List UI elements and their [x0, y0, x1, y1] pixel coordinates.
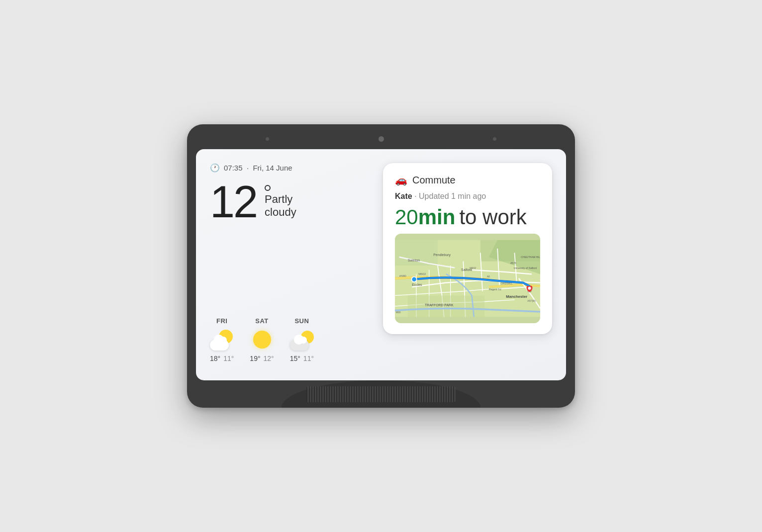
left-panel: 🕐 07:35 · Fri, 14 June 12 Partly cloudy [210, 163, 373, 366]
svg-text:University of Salford: University of Salford [514, 266, 537, 269]
right-panel: 🚗 Commute Kate · Updated 1 min ago 20 mi… [383, 163, 552, 366]
weather-icon-fri [210, 328, 234, 352]
svg-text:ORDSALL: ORDSALL [501, 282, 513, 285]
screen[interactable]: 🕐 07:35 · Fri, 14 June 12 Partly cloudy [196, 149, 566, 380]
commute-person-row: Kate · Updated 1 min ago [395, 192, 540, 201]
speaker-grille [306, 386, 456, 402]
device-speaker-base [196, 380, 566, 408]
clock-icon: 🕐 [210, 163, 220, 173]
forecast-fri: FRI 18° 11° [210, 317, 234, 362]
weather-icon-sat [250, 328, 274, 352]
degree-dot [265, 185, 271, 191]
commute-time-row: 20 min to work [395, 207, 540, 228]
svg-text:A580: A580 [399, 274, 407, 277]
svg-point-5 [411, 277, 416, 282]
map-container: Swinton Pendlebury A580 M602 Eccles Salf… [395, 234, 540, 323]
left-sensor [266, 137, 269, 141]
svg-point-24 [528, 287, 531, 290]
svg-text:CHEETHAM HILL: CHEETHAM HILL [521, 256, 540, 259]
weather-main: 12 Partly cloudy [210, 179, 373, 224]
day-sat: SAT [255, 317, 269, 325]
svg-text:M602: M602 [418, 272, 426, 275]
day-sun: SUN [294, 317, 309, 325]
temp-sat: 19° 12° [250, 355, 274, 362]
commute-suffix: to work [459, 207, 526, 228]
camera [379, 136, 384, 142]
commute-card: 🚗 Commute Kate · Updated 1 min ago 20 mi… [383, 163, 552, 334]
condition-line2: cloudy [265, 206, 296, 219]
car-icon: 🚗 [395, 174, 407, 186]
google-nest-hub: 🕐 07:35 · Fri, 14 June 12 Partly cloudy [187, 124, 575, 408]
svg-text:Pendlebury: Pendlebury [433, 253, 451, 257]
weather-icon-sun [290, 328, 314, 352]
time-date-row: 🕐 07:35 · Fri, 14 June [210, 163, 373, 173]
svg-text:Manchester: Manchester [506, 294, 527, 299]
svg-text:Eccles: Eccles [412, 283, 422, 286]
svg-text:A57(M): A57(M) [527, 299, 536, 302]
svg-text:TRAFFORD PARK: TRAFFORD PARK [425, 303, 454, 307]
weather-condition: Partly cloudy [265, 185, 296, 219]
svg-text:Regent Rd: Regent Rd [489, 288, 501, 291]
svg-text:A6: A6 [487, 275, 490, 278]
map-svg: Swinton Pendlebury A580 M602 Eccles Salf… [395, 234, 540, 323]
forecast-row: FRI 18° 11° SAT [210, 317, 373, 366]
commute-header: 🚗 Commute [395, 174, 540, 186]
forecast-sun: SUN 15° 11° [290, 317, 314, 362]
condition-line1: Partly [265, 193, 296, 206]
commute-min-label: min [418, 207, 456, 228]
forecast-sat: SAT 19° 12° [250, 317, 274, 362]
svg-text:M602: M602 [470, 266, 476, 269]
weather-section: 🕐 07:35 · Fri, 14 June 12 Partly cloudy [210, 163, 373, 224]
temp-fri: 18° 11° [210, 355, 234, 362]
right-sensor [493, 137, 496, 141]
temp-sun: 15° 11° [290, 355, 314, 362]
device-top-bar [196, 133, 566, 144]
time: 07:35 [224, 164, 243, 172]
svg-text:A576: A576 [510, 262, 516, 265]
svg-text:Swinton: Swinton [408, 259, 420, 262]
date: Fri, 14 June [253, 164, 292, 172]
day-fri: FRI [216, 317, 227, 325]
time-display: 07:35 · Fri, 14 June [224, 164, 292, 172]
temperature: 12 [210, 179, 257, 224]
commute-person-name: Kate [395, 192, 412, 200]
commute-minutes: 20 [395, 207, 418, 228]
commute-title: Commute [412, 175, 456, 186]
commute-updated: · Updated 1 min ago [414, 192, 486, 200]
svg-text:M60: M60 [396, 311, 401, 314]
